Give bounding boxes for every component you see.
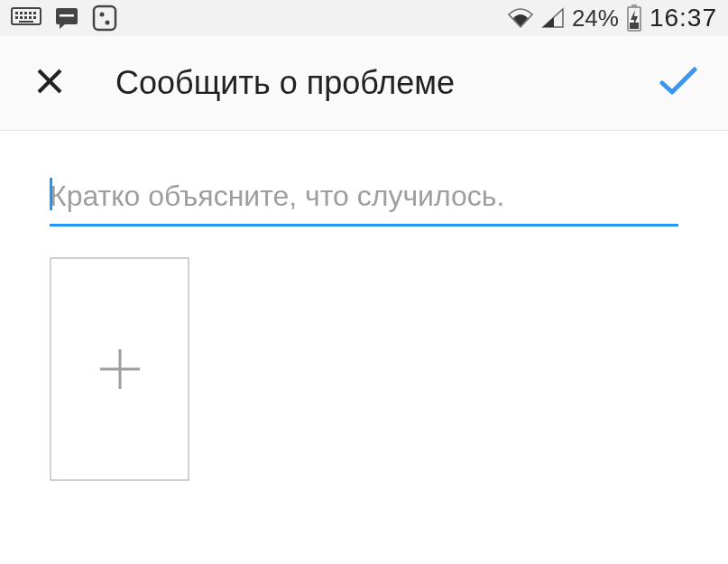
battery-percent: 24% bbox=[572, 5, 619, 32]
svg-rect-14 bbox=[60, 14, 74, 17]
svg-rect-3 bbox=[24, 12, 27, 14]
svg-rect-7 bbox=[20, 16, 23, 19]
chat-icon bbox=[54, 5, 79, 31]
add-attachment-button[interactable] bbox=[50, 257, 189, 481]
close-button[interactable] bbox=[27, 60, 72, 106]
text-caret bbox=[50, 178, 52, 210]
description-input[interactable] bbox=[50, 176, 678, 217]
status-bar: 24% 16:37 bbox=[0, 0, 728, 36]
svg-point-17 bbox=[106, 21, 110, 25]
screen: 24% 16:37 Сообщить о проблеме bbox=[0, 0, 728, 564]
svg-rect-5 bbox=[33, 12, 36, 14]
notification-icon bbox=[92, 5, 117, 32]
svg-point-16 bbox=[100, 13, 105, 17]
svg-rect-8 bbox=[24, 16, 27, 19]
description-input-wrap bbox=[50, 176, 678, 227]
svg-rect-10 bbox=[33, 16, 36, 19]
svg-rect-11 bbox=[19, 21, 33, 23]
status-bar-right: 24% 16:37 bbox=[507, 4, 717, 32]
svg-rect-15 bbox=[94, 6, 115, 30]
page-title: Сообщить о проблеме bbox=[115, 64, 656, 102]
keyboard-icon bbox=[11, 7, 41, 29]
close-icon bbox=[34, 66, 65, 100]
checkmark-icon bbox=[659, 65, 698, 101]
svg-rect-6 bbox=[15, 16, 18, 19]
svg-rect-2 bbox=[20, 12, 23, 14]
clock-text: 16:37 bbox=[650, 4, 717, 32]
plus-icon bbox=[93, 342, 147, 396]
svg-rect-4 bbox=[29, 12, 32, 14]
svg-marker-13 bbox=[60, 23, 66, 29]
app-bar: Сообщить о проблеме bbox=[0, 36, 728, 131]
form-content bbox=[0, 131, 728, 481]
status-bar-left bbox=[11, 5, 117, 32]
svg-rect-1 bbox=[15, 12, 18, 14]
svg-rect-9 bbox=[29, 16, 32, 19]
signal-icon bbox=[541, 7, 565, 29]
battery-charging-icon bbox=[626, 5, 642, 32]
submit-button[interactable] bbox=[656, 60, 701, 106]
wifi-icon bbox=[507, 7, 534, 29]
